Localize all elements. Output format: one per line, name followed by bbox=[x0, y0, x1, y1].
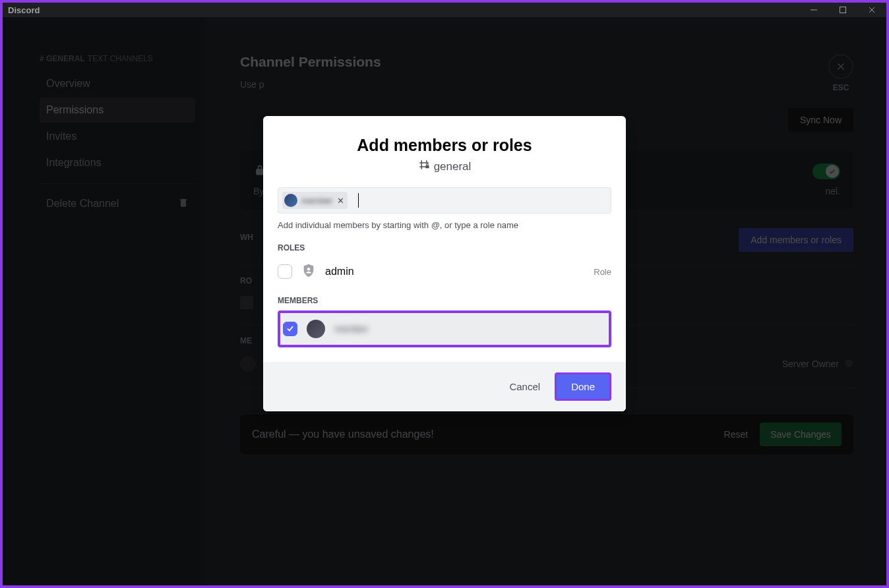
modal-body: Add members or roles general member ✕ bbox=[263, 116, 626, 362]
svg-point-8 bbox=[307, 268, 311, 271]
input-hint: Add individual members by starting with … bbox=[278, 220, 611, 230]
member-name: member bbox=[334, 324, 368, 334]
role-item-admin[interactable]: admin Role bbox=[278, 258, 611, 285]
cancel-button[interactable]: Cancel bbox=[509, 381, 540, 392]
modal-footer: Cancel Done bbox=[263, 362, 626, 411]
chip-avatar bbox=[284, 194, 297, 207]
chip-remove-icon[interactable]: ✕ bbox=[337, 196, 344, 206]
close-window-button[interactable] bbox=[863, 3, 881, 16]
svg-rect-7 bbox=[425, 165, 429, 169]
member-search-input[interactable]: member ✕ bbox=[278, 187, 611, 214]
done-button[interactable]: Done bbox=[555, 372, 611, 401]
role-type: Role bbox=[594, 267, 611, 277]
member-checkbox[interactable] bbox=[283, 322, 297, 336]
title-bar: Discord bbox=[3, 3, 886, 17]
app-title: Discord bbox=[8, 5, 40, 15]
window-controls bbox=[805, 3, 881, 16]
hash-lock-icon bbox=[418, 159, 430, 174]
modal-overlay[interactable]: Add members or roles general member ✕ bbox=[3, 17, 886, 585]
maximize-button[interactable] bbox=[834, 3, 852, 16]
role-name: admin bbox=[325, 266, 354, 278]
chip-name: member bbox=[301, 196, 333, 206]
roles-label: ROLES bbox=[278, 243, 611, 252]
modal-subtitle: general bbox=[278, 159, 611, 174]
member-avatar bbox=[307, 320, 325, 338]
selected-chip: member ✕ bbox=[282, 192, 348, 209]
channel-name: general bbox=[434, 160, 472, 173]
members-label: MEMBERS bbox=[278, 296, 611, 305]
minimize-button[interactable] bbox=[805, 3, 823, 16]
modal-title: Add members or roles bbox=[278, 136, 611, 155]
add-members-modal: Add members or roles general member ✕ bbox=[263, 116, 626, 411]
check-icon bbox=[286, 324, 295, 335]
text-cursor bbox=[358, 193, 359, 208]
shield-icon bbox=[301, 263, 316, 280]
svg-rect-1 bbox=[840, 7, 846, 13]
member-item[interactable]: member bbox=[278, 310, 611, 347]
app-frame: Discord # GENERAL TEXT CHANNELS Overview… bbox=[3, 3, 886, 585]
role-checkbox[interactable] bbox=[278, 264, 292, 279]
app-body: # GENERAL TEXT CHANNELS Overview Permiss… bbox=[3, 17, 886, 585]
